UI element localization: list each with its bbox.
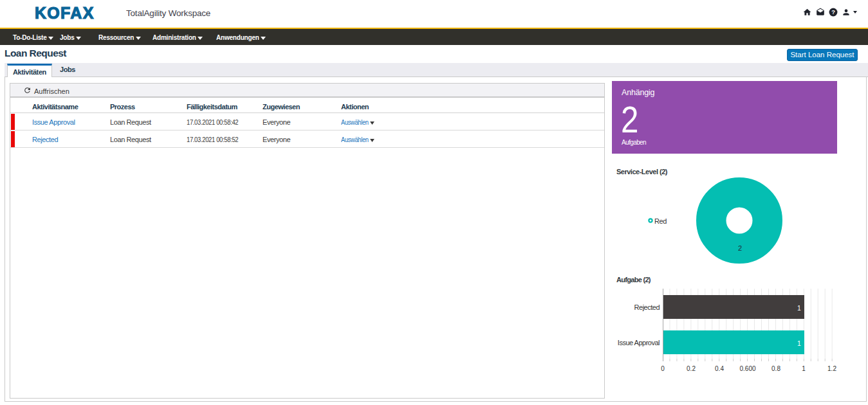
svg-text:?: ? bbox=[831, 9, 835, 15]
